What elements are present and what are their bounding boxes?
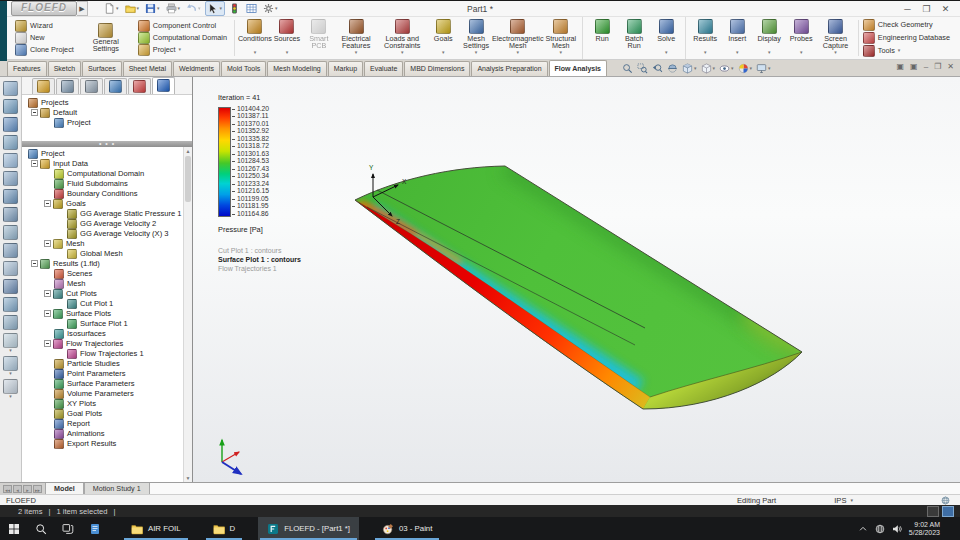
tree-expander-icon[interactable] (31, 260, 38, 267)
feature-manager-tab[interactable] (128, 78, 151, 94)
tree-expander-icon[interactable] (44, 310, 51, 317)
scrollbar-thumb[interactable] (185, 156, 191, 202)
first-tab-icon[interactable]: ◂◂ (3, 485, 12, 493)
tree-item[interactable]: Animations (22, 429, 192, 439)
quick-access-button[interactable]: ▾ (164, 2, 183, 15)
tree-item[interactable]: GG Average Velocity 2 (22, 219, 192, 229)
tree-item[interactable]: Goals (22, 199, 192, 209)
quick-access-button[interactable]: ▾ (123, 2, 142, 15)
scroll-down-icon[interactable]: ▼ (184, 474, 192, 482)
ribbon-large-button[interactable]: Insert ▾ (721, 17, 753, 59)
command-tab[interactable]: Weldments (173, 61, 220, 76)
dropdown-caret-icon[interactable]: ▾ (116, 6, 119, 11)
sidebar-tool-button[interactable] (3, 297, 18, 312)
task-view-button[interactable] (54, 517, 81, 540)
tree-item[interactable]: Report (22, 419, 192, 429)
taskbar-clock[interactable]: 9:02 AM 5/28/2023 (909, 521, 940, 537)
tray-chevron-up-icon[interactable] (858, 524, 868, 534)
dropdown-caret-icon[interactable]: ▾ (179, 47, 182, 52)
dropdown-caret-icon[interactable]: ▾ (694, 66, 697, 71)
legend-plot-entry[interactable]: Surface Plot 1 : contours (218, 255, 301, 264)
view-tool-button[interactable]: ▾ (701, 63, 716, 74)
sidebar-tool-button[interactable]: ▾ (3, 333, 18, 353)
view-tool-button[interactable]: ▾ (756, 63, 771, 74)
dropdown-caret-icon[interactable]: ▾ (516, 50, 519, 55)
dropdown-caret-icon[interactable]: ▾ (768, 66, 771, 71)
dropdown-caret-icon[interactable]: ▾ (9, 394, 12, 399)
dropdown-caret-icon[interactable]: ▾ (475, 50, 478, 55)
ribbon-large-button[interactable]: Screen Capture ▾ (817, 17, 854, 59)
tree-item[interactable]: Flow Trajectories (22, 339, 192, 349)
pinned-app-button[interactable] (81, 517, 108, 540)
command-tab[interactable]: Flow Analysis (549, 60, 607, 76)
tree-expander-icon[interactable] (44, 200, 51, 207)
quick-access-button[interactable] (244, 2, 259, 15)
dropdown-caret-icon[interactable]: ▾ (220, 6, 223, 11)
ribbon-large-button[interactable]: Smart PCB (303, 17, 335, 59)
dropdown-caret-icon[interactable]: ▾ (198, 6, 201, 11)
tree-item[interactable]: Project (22, 149, 192, 159)
ribbon-large-button[interactable]: Electromagnetic Mesh ▾ (493, 17, 542, 59)
tree-scrollbar[interactable]: ▲ ▼ (183, 147, 192, 482)
dropdown-caret-icon[interactable]: ▾ (9, 348, 12, 353)
tree-item[interactable]: Surface Parameters (22, 379, 192, 389)
tree-item[interactable]: Cut Plot 1 (22, 299, 192, 309)
close-icon[interactable]: ✕ (937, 4, 954, 14)
ribbon-large-button[interactable]: Results ▾ (685, 17, 721, 59)
ribbon-large-button[interactable]: Probes ▾ (785, 17, 817, 59)
airfoil-model[interactable] (355, 166, 822, 409)
tree-item[interactable]: Flow Trajectories 1 (22, 349, 192, 359)
view-tool-button[interactable]: ▾ (719, 63, 734, 74)
minimize-icon[interactable]: ─ (899, 4, 916, 14)
logo-flyout-icon[interactable]: ▶ (77, 1, 88, 16)
dropdown-caret-icon[interactable]: ▾ (560, 50, 563, 55)
units-label[interactable]: IPS (834, 496, 846, 505)
command-tab[interactable]: Mold Tools (221, 61, 266, 76)
sidebar-tool-button[interactable] (3, 99, 18, 114)
sidebar-tool-button[interactable] (3, 135, 18, 150)
tree-item[interactable]: Goal Plots (22, 409, 192, 419)
tree-item[interactable]: Projects (22, 98, 192, 108)
tree-expander-icon[interactable] (31, 109, 38, 116)
ribbon-small-button[interactable]: Project ▾ (138, 44, 227, 55)
view-tool-button[interactable]: ▾ (682, 63, 697, 74)
search-button[interactable] (27, 517, 54, 540)
ribbon-large-button[interactable]: Sources ▾ (271, 17, 303, 59)
dropdown-caret-icon[interactable]: ▾ (286, 50, 289, 55)
tray-speaker-icon[interactable] (892, 524, 902, 534)
thumbnail-view-icon[interactable] (942, 506, 954, 517)
doc-close-icon[interactable]: ✕ (947, 62, 954, 71)
command-tab[interactable]: Mesh Modeling (267, 61, 326, 76)
view-tool-button[interactable] (667, 63, 678, 74)
doc-new-window-icon[interactable]: ▣ (897, 62, 905, 71)
ribbon-large-button[interactable]: Conditions ▾ (239, 17, 271, 59)
sidebar-tool-button[interactable] (3, 315, 18, 330)
dropdown-caret-icon[interactable]: ▾ (401, 50, 404, 55)
tree-item[interactable]: Volume Parameters (22, 389, 192, 399)
dropdown-caret-icon[interactable]: ▾ (834, 50, 837, 55)
dropdown-caret-icon[interactable]: ▾ (704, 50, 707, 55)
dropdown-caret-icon[interactable]: ▾ (355, 50, 358, 55)
quick-access-button[interactable]: ▾ (184, 2, 203, 15)
tree-item[interactable]: Fluid Subdomains (22, 179, 192, 189)
command-tab[interactable]: Analysis Preparation (471, 61, 547, 76)
units-caret-icon[interactable]: ▾ (850, 497, 853, 503)
tree-item[interactable]: Global Mesh (22, 249, 192, 259)
start-button[interactable] (0, 517, 27, 540)
view-tool-button[interactable]: ▾ (738, 63, 753, 74)
prev-tab-icon[interactable]: ◂ (13, 485, 22, 493)
dropdown-caret-icon[interactable]: ▾ (736, 50, 739, 55)
quick-access-button[interactable]: ▾ (205, 1, 226, 16)
sidebar-tool-button[interactable] (3, 207, 18, 222)
ribbon-small-button[interactable]: Wizard (15, 20, 74, 31)
tree-item[interactable]: Default (22, 108, 192, 118)
last-tab-icon[interactable]: ▸▸ (33, 485, 42, 493)
ribbon-large-button[interactable]: Mesh Settings ▾ (459, 17, 493, 59)
tree-item[interactable]: Surface Plot 1 (22, 319, 192, 329)
doc-minimize-icon[interactable]: – (924, 62, 928, 71)
ribbon-large-button[interactable]: Batch Run (618, 17, 650, 59)
next-tab-icon[interactable]: ▸ (23, 485, 32, 493)
dropdown-caret-icon[interactable]: ▾ (9, 371, 12, 376)
sidebar-tool-button[interactable] (3, 225, 18, 240)
tree-item[interactable]: Surface Plots (22, 309, 192, 319)
